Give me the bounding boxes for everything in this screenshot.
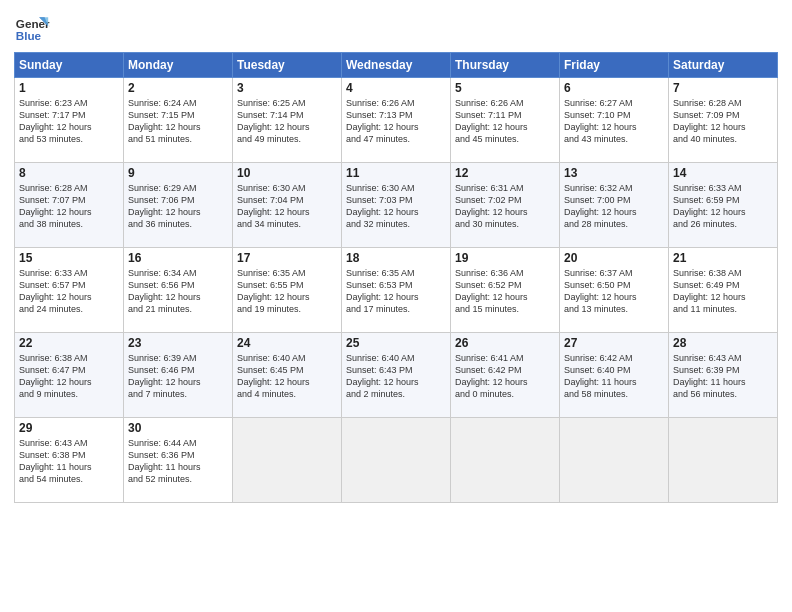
day-number: 29: [19, 421, 119, 435]
day-number: 15: [19, 251, 119, 265]
day-number: 22: [19, 336, 119, 350]
day-info: Sunrise: 6:26 AM Sunset: 7:13 PM Dayligh…: [346, 97, 446, 146]
day-info: Sunrise: 6:38 AM Sunset: 6:49 PM Dayligh…: [673, 267, 773, 316]
table-row: 29Sunrise: 6:43 AM Sunset: 6:38 PM Dayli…: [15, 418, 124, 503]
day-number: 1: [19, 81, 119, 95]
calendar-week-0: 1Sunrise: 6:23 AM Sunset: 7:17 PM Daylig…: [15, 78, 778, 163]
table-row: [560, 418, 669, 503]
day-number: 7: [673, 81, 773, 95]
table-row: 6Sunrise: 6:27 AM Sunset: 7:10 PM Daylig…: [560, 78, 669, 163]
calendar-week-4: 29Sunrise: 6:43 AM Sunset: 6:38 PM Dayli…: [15, 418, 778, 503]
day-info: Sunrise: 6:44 AM Sunset: 6:36 PM Dayligh…: [128, 437, 228, 486]
day-info: Sunrise: 6:30 AM Sunset: 7:03 PM Dayligh…: [346, 182, 446, 231]
day-info: Sunrise: 6:39 AM Sunset: 6:46 PM Dayligh…: [128, 352, 228, 401]
table-row: [669, 418, 778, 503]
day-number: 25: [346, 336, 446, 350]
day-info: Sunrise: 6:43 AM Sunset: 6:39 PM Dayligh…: [673, 352, 773, 401]
table-row: 14Sunrise: 6:33 AM Sunset: 6:59 PM Dayli…: [669, 163, 778, 248]
day-info: Sunrise: 6:28 AM Sunset: 7:09 PM Dayligh…: [673, 97, 773, 146]
table-row: 12Sunrise: 6:31 AM Sunset: 7:02 PM Dayli…: [451, 163, 560, 248]
day-info: Sunrise: 6:42 AM Sunset: 6:40 PM Dayligh…: [564, 352, 664, 401]
table-row: 2Sunrise: 6:24 AM Sunset: 7:15 PM Daylig…: [124, 78, 233, 163]
day-info: Sunrise: 6:28 AM Sunset: 7:07 PM Dayligh…: [19, 182, 119, 231]
table-row: 16Sunrise: 6:34 AM Sunset: 6:56 PM Dayli…: [124, 248, 233, 333]
col-header-monday: Monday: [124, 53, 233, 78]
table-row: 17Sunrise: 6:35 AM Sunset: 6:55 PM Dayli…: [233, 248, 342, 333]
day-info: Sunrise: 6:31 AM Sunset: 7:02 PM Dayligh…: [455, 182, 555, 231]
day-info: Sunrise: 6:40 AM Sunset: 6:43 PM Dayligh…: [346, 352, 446, 401]
day-info: Sunrise: 6:34 AM Sunset: 6:56 PM Dayligh…: [128, 267, 228, 316]
day-info: Sunrise: 6:41 AM Sunset: 6:42 PM Dayligh…: [455, 352, 555, 401]
table-row: [342, 418, 451, 503]
table-row: 27Sunrise: 6:42 AM Sunset: 6:40 PM Dayli…: [560, 333, 669, 418]
table-row: 22Sunrise: 6:38 AM Sunset: 6:47 PM Dayli…: [15, 333, 124, 418]
table-row: 7Sunrise: 6:28 AM Sunset: 7:09 PM Daylig…: [669, 78, 778, 163]
day-number: 2: [128, 81, 228, 95]
table-row: 15Sunrise: 6:33 AM Sunset: 6:57 PM Dayli…: [15, 248, 124, 333]
table-row: 21Sunrise: 6:38 AM Sunset: 6:49 PM Dayli…: [669, 248, 778, 333]
day-info: Sunrise: 6:32 AM Sunset: 7:00 PM Dayligh…: [564, 182, 664, 231]
day-info: Sunrise: 6:33 AM Sunset: 6:59 PM Dayligh…: [673, 182, 773, 231]
day-info: Sunrise: 6:30 AM Sunset: 7:04 PM Dayligh…: [237, 182, 337, 231]
col-header-friday: Friday: [560, 53, 669, 78]
calendar-table: SundayMondayTuesdayWednesdayThursdayFrid…: [14, 52, 778, 503]
table-row: 19Sunrise: 6:36 AM Sunset: 6:52 PM Dayli…: [451, 248, 560, 333]
col-header-tuesday: Tuesday: [233, 53, 342, 78]
day-info: Sunrise: 6:43 AM Sunset: 6:38 PM Dayligh…: [19, 437, 119, 486]
calendar-week-2: 15Sunrise: 6:33 AM Sunset: 6:57 PM Dayli…: [15, 248, 778, 333]
svg-text:Blue: Blue: [16, 29, 42, 42]
day-number: 13: [564, 166, 664, 180]
day-info: Sunrise: 6:23 AM Sunset: 7:17 PM Dayligh…: [19, 97, 119, 146]
table-row: 28Sunrise: 6:43 AM Sunset: 6:39 PM Dayli…: [669, 333, 778, 418]
day-number: 17: [237, 251, 337, 265]
table-row: 20Sunrise: 6:37 AM Sunset: 6:50 PM Dayli…: [560, 248, 669, 333]
calendar-week-3: 22Sunrise: 6:38 AM Sunset: 6:47 PM Dayli…: [15, 333, 778, 418]
day-number: 27: [564, 336, 664, 350]
day-number: 9: [128, 166, 228, 180]
day-info: Sunrise: 6:27 AM Sunset: 7:10 PM Dayligh…: [564, 97, 664, 146]
day-number: 12: [455, 166, 555, 180]
day-number: 23: [128, 336, 228, 350]
table-row: 23Sunrise: 6:39 AM Sunset: 6:46 PM Dayli…: [124, 333, 233, 418]
calendar-week-1: 8Sunrise: 6:28 AM Sunset: 7:07 PM Daylig…: [15, 163, 778, 248]
day-info: Sunrise: 6:25 AM Sunset: 7:14 PM Dayligh…: [237, 97, 337, 146]
table-row: 1Sunrise: 6:23 AM Sunset: 7:17 PM Daylig…: [15, 78, 124, 163]
table-row: 11Sunrise: 6:30 AM Sunset: 7:03 PM Dayli…: [342, 163, 451, 248]
day-number: 10: [237, 166, 337, 180]
day-number: 14: [673, 166, 773, 180]
day-number: 16: [128, 251, 228, 265]
logo: General Blue: [14, 10, 54, 46]
table-row: 8Sunrise: 6:28 AM Sunset: 7:07 PM Daylig…: [15, 163, 124, 248]
day-number: 28: [673, 336, 773, 350]
table-row: 13Sunrise: 6:32 AM Sunset: 7:00 PM Dayli…: [560, 163, 669, 248]
table-row: 25Sunrise: 6:40 AM Sunset: 6:43 PM Dayli…: [342, 333, 451, 418]
day-info: Sunrise: 6:33 AM Sunset: 6:57 PM Dayligh…: [19, 267, 119, 316]
page-header: General Blue: [14, 10, 778, 46]
table-row: [233, 418, 342, 503]
day-number: 4: [346, 81, 446, 95]
day-number: 21: [673, 251, 773, 265]
day-info: Sunrise: 6:24 AM Sunset: 7:15 PM Dayligh…: [128, 97, 228, 146]
day-info: Sunrise: 6:38 AM Sunset: 6:47 PM Dayligh…: [19, 352, 119, 401]
table-row: 18Sunrise: 6:35 AM Sunset: 6:53 PM Dayli…: [342, 248, 451, 333]
day-number: 30: [128, 421, 228, 435]
day-info: Sunrise: 6:36 AM Sunset: 6:52 PM Dayligh…: [455, 267, 555, 316]
day-number: 8: [19, 166, 119, 180]
day-info: Sunrise: 6:26 AM Sunset: 7:11 PM Dayligh…: [455, 97, 555, 146]
table-row: 24Sunrise: 6:40 AM Sunset: 6:45 PM Dayli…: [233, 333, 342, 418]
col-header-thursday: Thursday: [451, 53, 560, 78]
table-row: 10Sunrise: 6:30 AM Sunset: 7:04 PM Dayli…: [233, 163, 342, 248]
day-number: 18: [346, 251, 446, 265]
day-number: 20: [564, 251, 664, 265]
day-info: Sunrise: 6:40 AM Sunset: 6:45 PM Dayligh…: [237, 352, 337, 401]
day-number: 11: [346, 166, 446, 180]
day-info: Sunrise: 6:37 AM Sunset: 6:50 PM Dayligh…: [564, 267, 664, 316]
col-header-wednesday: Wednesday: [342, 53, 451, 78]
table-row: 30Sunrise: 6:44 AM Sunset: 6:36 PM Dayli…: [124, 418, 233, 503]
table-row: 9Sunrise: 6:29 AM Sunset: 7:06 PM Daylig…: [124, 163, 233, 248]
col-header-saturday: Saturday: [669, 53, 778, 78]
day-number: 19: [455, 251, 555, 265]
day-info: Sunrise: 6:35 AM Sunset: 6:53 PM Dayligh…: [346, 267, 446, 316]
logo-icon: General Blue: [14, 10, 50, 46]
day-number: 24: [237, 336, 337, 350]
